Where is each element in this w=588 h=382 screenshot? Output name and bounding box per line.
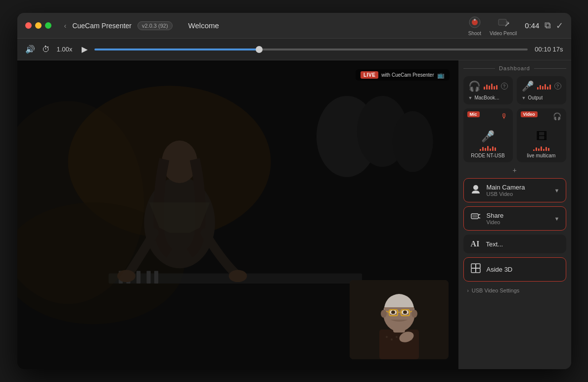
svg-rect-3: [498, 19, 506, 25]
add-source-button[interactable]: +: [512, 166, 516, 174]
add-source-row: +: [463, 166, 566, 174]
dashboard-sidebar: Dashboard 🎧: [458, 60, 571, 369]
svg-rect-51: [471, 264, 476, 268]
audio-input-bars: [484, 83, 498, 90]
main-content: LIVE with CueCam Presenter 📺: [17, 60, 571, 369]
video-pencil-icon: [497, 15, 510, 29]
main-camera-chevron: ▼: [554, 188, 560, 193]
svg-point-22: [228, 270, 247, 282]
macbook-footer: ▼ MacBook...: [468, 95, 508, 100]
svg-rect-48: [472, 215, 477, 218]
video-card[interactable]: Video 🎧 🎞 live mul: [517, 108, 566, 162]
macbook-device-name: MacBook...: [474, 95, 499, 100]
shoot-label: Shoot: [468, 31, 481, 36]
text-source-name: Text...: [486, 240, 560, 248]
video-device-name: live multicam: [522, 153, 561, 158]
svg-point-46: [473, 185, 478, 190]
page-title: Welcome: [188, 21, 219, 30]
svg-point-26: [386, 336, 388, 338]
video-header: Video 🎧: [522, 112, 561, 120]
version-badge: v2.0.3 (92): [137, 21, 173, 30]
timer-button[interactable]: ⏱: [42, 45, 50, 54]
live-badge-container: LIVE with CueCam Presenter 📺: [356, 69, 449, 81]
svg-point-2: [474, 19, 476, 21]
output-device-name: Output: [528, 95, 543, 100]
play-button[interactable]: ▶: [82, 45, 88, 54]
app-window: ‹ CueCam Presenter v2.0.3 (92) Welcome S…: [17, 13, 571, 369]
close-button[interactable]: [25, 22, 32, 29]
main-camera-name: Main Camera: [487, 184, 549, 191]
text-source[interactable]: AI Text...: [463, 235, 566, 253]
mic-device-name: RODE NT-USB: [468, 153, 508, 158]
person-icon: [470, 184, 482, 197]
shoot-action[interactable]: Shoot: [468, 15, 482, 36]
svg-rect-54: [476, 268, 480, 273]
presenter-video: [350, 280, 449, 359]
airplay-icon: 📺: [437, 72, 445, 79]
output-help-icon[interactable]: ?: [554, 83, 561, 90]
svg-point-28: [396, 336, 398, 338]
main-camera-info: Main Camera USB Video: [487, 184, 549, 197]
svg-rect-18: [154, 271, 158, 284]
svg-rect-53: [471, 268, 476, 273]
video-background: LIVE with CueCam Presenter 📺: [17, 60, 458, 369]
dashboard-header: Dashboard: [463, 65, 566, 71]
mic-header: Mic 🎙: [468, 112, 508, 120]
usb-settings-label: USB Video Settings: [472, 287, 519, 293]
fullscreen-button[interactable]: [45, 22, 51, 29]
mic-badge: Mic: [467, 111, 480, 117]
minimize-button[interactable]: [35, 22, 42, 29]
usb-settings[interactable]: › USB Video Settings: [463, 286, 566, 295]
share-icon: [470, 212, 482, 225]
svg-rect-52: [476, 264, 480, 268]
live-with-text: with CueCam Presenter: [381, 72, 434, 78]
svg-point-39: [403, 311, 407, 314]
main-camera-sub: USB Video: [487, 191, 549, 197]
progress-thumb: [256, 46, 263, 53]
output-audio-card[interactable]: 🎤 ? ▼: [517, 76, 566, 104]
video-bars: [522, 145, 561, 151]
check-icon[interactable]: ✓: [556, 20, 563, 31]
share-video-info: Share Video: [487, 212, 549, 225]
film-icon: 🎞: [536, 130, 547, 143]
mic-bars: [468, 145, 508, 151]
video-pencil-action[interactable]: Video Pencil: [490, 15, 517, 36]
audio-help-icon[interactable]: ?: [501, 83, 508, 90]
live-badge: LIVE: [361, 71, 378, 79]
text-source-info: Text...: [486, 240, 560, 248]
video-pencil-label: Video Pencil: [490, 31, 517, 36]
progress-track[interactable]: [94, 48, 528, 50]
headphone-icon: 🎧: [468, 80, 481, 92]
volume-button[interactable]: 🔊: [25, 45, 35, 54]
app-title: CueCam Presenter: [72, 22, 132, 30]
svg-point-12: [392, 111, 433, 172]
output-footer: ▼ Output: [522, 95, 561, 100]
titlebar-right: Shoot Video Pencil 0:44 ⧉ ✓: [468, 15, 563, 36]
svg-point-27: [391, 338, 393, 340]
traffic-lights: [25, 22, 51, 29]
macbook-audio-card[interactable]: 🎧 ? ▼: [463, 76, 513, 104]
mic-video-row: Mic 🎙 🎤 RODE NT-US: [463, 108, 566, 162]
mic-icon: 🎤: [481, 130, 495, 143]
expand-icon[interactable]: ⧉: [544, 20, 551, 31]
share-video-source[interactable]: Share Video ▼: [463, 206, 566, 231]
text-icon: AI: [469, 239, 481, 248]
main-camera-source[interactable]: Main Camera USB Video ▼: [463, 178, 566, 202]
speaker-icon: 🎤: [522, 80, 534, 92]
timer-display: 0:44: [525, 21, 539, 30]
mic-card[interactable]: Mic 🎙 🎤 RODE NT-US: [463, 108, 513, 162]
time-display: 00:10 17s: [535, 46, 563, 53]
aside-3d-name: Aside 3D: [487, 266, 560, 273]
timer-area: 0:44 ⧉ ✓: [525, 20, 563, 31]
svg-point-34: [381, 310, 387, 318]
svg-point-6: [507, 22, 509, 24]
video-headphone-icon: 🎧: [553, 112, 561, 120]
video-area: LIVE with CueCam Presenter 📺: [17, 60, 458, 369]
aside-icon: [470, 263, 482, 276]
progress-fill: [94, 48, 259, 50]
svg-point-38: [391, 311, 395, 314]
shoot-icon: [468, 15, 482, 29]
back-arrow-icon[interactable]: ‹: [64, 22, 67, 30]
aside-3d-source[interactable]: Aside 3D: [463, 257, 566, 282]
titlebar-left: ‹ CueCam Presenter v2.0.3 (92) Welcome: [25, 21, 219, 30]
